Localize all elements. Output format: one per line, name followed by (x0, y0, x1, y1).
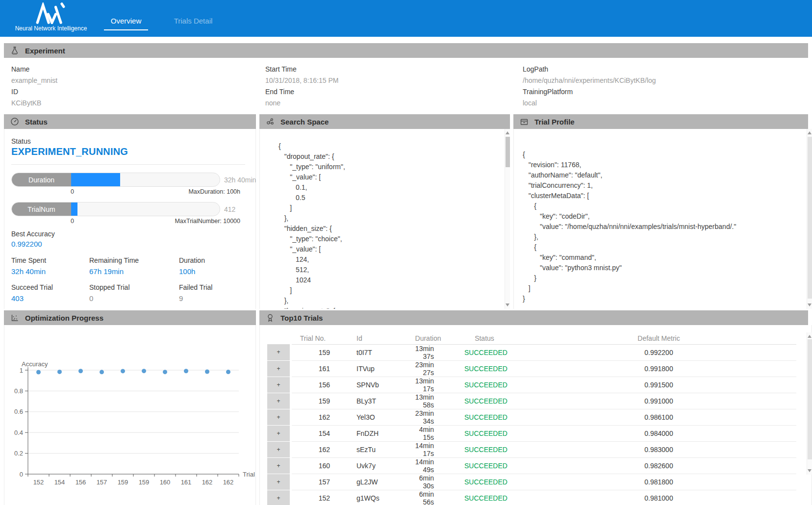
stat-stopped-trial: Stopped Trial0 (89, 283, 179, 303)
json-line: "revision": 11768, (523, 160, 807, 170)
json-line: ] (279, 285, 505, 296)
expand-row-button[interactable]: + (267, 409, 291, 425)
name-label: Name (11, 65, 57, 76)
scrollbar-thumb[interactable] (506, 137, 510, 167)
scatter-point (205, 369, 209, 374)
scroll-down-arrow-icon[interactable] (808, 303, 812, 306)
trial-row: +156SPNVb13min 17sSUCCEEDED0.991500 (267, 377, 796, 393)
scroll-down-arrow-icon[interactable] (506, 303, 509, 306)
id-label: ID (11, 88, 57, 99)
expand-row-button[interactable]: + (267, 360, 291, 377)
trial-profile-title: Trial Profile (534, 118, 575, 126)
json-line: 0.5 (279, 193, 505, 203)
start-time-label: Start Time (265, 65, 338, 76)
status-panel-title: Status (25, 118, 48, 126)
json-line: { (523, 242, 807, 252)
tab-trials-detail[interactable]: Trials Detail (171, 17, 215, 30)
scatter-point (57, 370, 62, 374)
stat-label: Duration (179, 256, 247, 264)
search-space-header: Search Space (259, 114, 510, 129)
expand-row-button[interactable]: + (267, 490, 291, 505)
top10-scrollbar (807, 332, 812, 475)
cell-status: SUCCEEDED (448, 425, 521, 441)
logpath-label: LogPath (523, 65, 656, 76)
table-header-row: Trial No. Id Duration Status Default Met… (267, 332, 796, 344)
json-line: { (523, 150, 807, 160)
tab-overview[interactable]: Overview (104, 17, 148, 30)
json-line: "value": "/home/quzha/nni/nni/examples/t… (523, 222, 807, 232)
json-line: "trialConcurrency": 1, (523, 180, 807, 191)
top10-table: Trial No. Id Duration Status Default Met… (267, 332, 796, 505)
cell-dur: 4min 15s (408, 425, 448, 441)
json-line: "_type": "uniform", (279, 162, 505, 172)
cell-dur: 6min 56s (408, 490, 448, 505)
optimization-scatter-chart: 00.20.40.60.8115215415615715915916016116… (4, 325, 256, 505)
expand-row-button[interactable]: + (267, 441, 291, 457)
scatter-point (142, 369, 146, 373)
stat-label: Time Spent (11, 256, 89, 264)
cell-dur: 13min 37s (408, 344, 448, 360)
cell-metric: 0.983000 (521, 441, 796, 457)
y-tick-label: 0.6 (14, 408, 23, 415)
progress-bar-duration: Duration32h 40min (11, 173, 256, 187)
best-accuracy-value: 0.992200 (11, 240, 42, 248)
scroll-down-arrow-icon[interactable] (808, 469, 812, 472)
x-tick-label: 162 (202, 479, 213, 486)
cell-id: Uvk7y (335, 457, 408, 474)
stat-succeed-trial: Succeed Trial403 (11, 283, 89, 303)
json-line: "_value": [ (279, 244, 505, 254)
cell-dur: 13min 58s (408, 393, 448, 409)
gauge-icon (10, 117, 19, 126)
expand-row-button[interactable]: + (267, 474, 291, 490)
json-line: "key": "codeDir", (523, 211, 807, 222)
header-expander (267, 332, 291, 344)
json-line: } (523, 294, 807, 304)
json-line: ] (523, 283, 807, 294)
cell-id: FnDZH (335, 425, 408, 441)
training-platform-value: local (523, 99, 656, 110)
cell-status: SUCCEEDED (448, 360, 521, 377)
json-line: 512, (279, 265, 505, 275)
cell-dur: 6min 30s (408, 474, 448, 490)
cell-dur: 13min 17s (408, 377, 448, 393)
cell-dur: 14min 17s (408, 441, 448, 457)
cell-no: 159 (291, 393, 335, 409)
nav-tabs: Overview Trials Detail (104, 17, 215, 30)
id-value: KCiBytKB (11, 99, 57, 110)
scatter-point (226, 370, 230, 374)
scroll-up-arrow-icon[interactable] (506, 131, 509, 134)
expand-row-button[interactable]: + (267, 344, 291, 360)
json-line: ] (279, 203, 505, 213)
json-line: }, (279, 296, 505, 306)
scrollbar-thumb[interactable] (808, 137, 812, 299)
scroll-up-arrow-icon[interactable] (808, 131, 812, 134)
expand-row-button[interactable]: + (267, 393, 291, 409)
cell-id: SPNVb (335, 377, 408, 393)
scrollbar-thumb[interactable] (808, 339, 812, 459)
x-tick-label: 154 (54, 479, 65, 486)
end-time-label: End Time (265, 88, 338, 99)
cell-status: SUCCEEDED (448, 474, 521, 490)
top10-title: Top10 Trials (280, 314, 323, 322)
cell-dur: 23min 27s (408, 360, 448, 377)
stat-value: 403 (11, 294, 89, 303)
scroll-up-arrow-icon[interactable] (808, 335, 812, 338)
header-trial-no: Trial No. (291, 332, 335, 344)
expand-row-button[interactable]: + (267, 457, 291, 474)
trial-profile-scrollbar (807, 129, 812, 309)
cell-no: 156 (291, 377, 335, 393)
expand-row-button[interactable]: + (267, 425, 291, 441)
scatter-point (36, 370, 41, 375)
expand-row-button[interactable]: + (267, 377, 291, 393)
cell-id: gL2JW (335, 474, 408, 490)
cell-status: SUCCEEDED (448, 441, 521, 457)
header-id: Id (335, 332, 408, 344)
cell-id: sEzTu (335, 441, 408, 457)
status-field-label: Status (11, 137, 31, 145)
cell-status: SUCCEEDED (448, 457, 521, 474)
stat-value: 100h (179, 267, 247, 276)
scatter-point (78, 369, 83, 373)
cell-id: Yel3O (335, 409, 408, 425)
cell-no: 152 (291, 490, 335, 505)
cell-no: 161 (291, 360, 335, 377)
